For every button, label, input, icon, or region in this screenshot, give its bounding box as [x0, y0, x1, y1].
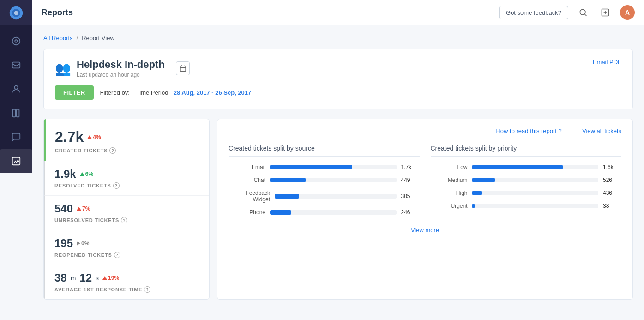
- avatar[interactable]: A: [620, 5, 635, 20]
- priority-chart-row-high: High 436: [431, 190, 622, 196]
- unresolved-tickets-info-icon[interactable]: ?: [121, 217, 127, 223]
- breadcrumb-all-reports[interactable]: All Reports: [43, 35, 73, 42]
- priority-bar-high: [472, 191, 482, 195]
- how-to-read-link[interactable]: How to read this report ?: [496, 127, 561, 134]
- source-value-widget: 305: [401, 193, 420, 199]
- reopened-tickets-value: 195 0%: [54, 237, 200, 250]
- priority-bar-low: [472, 165, 563, 169]
- sidebar-item-inbox[interactable]: [0, 53, 32, 77]
- resolved-tickets-change: 6%: [80, 171, 93, 177]
- source-bar-widget-container: [275, 194, 397, 199]
- created-tickets-label: CREATED TICKETS ?: [55, 147, 200, 154]
- priority-bar-urgent-container: [472, 204, 599, 208]
- report-type-icon: 👥: [55, 61, 71, 76]
- unresolved-tickets-change: 7%: [77, 205, 90, 212]
- sidebar-item-reports[interactable]: [0, 149, 32, 173]
- content-area: All Reports / Report View 👥 Helpdesk In-…: [32, 25, 644, 320]
- report-title-section: 👥 Helpdesk In-depth Last updated an hour…: [55, 59, 190, 78]
- priority-bar-high-container: [472, 191, 599, 195]
- resolved-tickets-info-icon[interactable]: ?: [113, 182, 120, 189]
- source-label-chat: Chat: [229, 177, 265, 183]
- sidebar: [0, 0, 32, 320]
- add-icon: [601, 8, 610, 17]
- svg-point-4: [15, 40, 18, 42]
- chart-header: How to read this report ? | View all tic…: [229, 127, 621, 139]
- source-chart-title: Created tickets split by source: [229, 145, 420, 157]
- source-bar-email: [270, 165, 352, 169]
- sidebar-logo[interactable]: [0, 0, 32, 25]
- svg-line-11: [585, 14, 587, 16]
- search-icon: [578, 8, 588, 17]
- sidebar-item-books[interactable]: [0, 101, 32, 125]
- unresolved-tickets-stat: 540 7% UNRESOLVED TICKETS ?: [44, 196, 209, 230]
- avg-response-stat: 38m 12s 19% AVERAGE 1ST RESPONSE TIME ?: [44, 265, 209, 299]
- header: Reports Got some feedback? A: [32, 0, 644, 25]
- chat-icon: [11, 132, 21, 142]
- priority-value-urgent: 38: [603, 203, 621, 209]
- svg-rect-5: [12, 62, 20, 68]
- source-bar-widget: [275, 194, 299, 199]
- svg-point-6: [14, 86, 18, 89]
- source-chart-row-email: Email 1.7k: [229, 164, 420, 170]
- svg-point-3: [12, 37, 20, 45]
- search-button[interactable]: [576, 5, 590, 20]
- inbox-icon: [11, 60, 21, 70]
- books-icon: [11, 108, 21, 118]
- source-bar-email-container: [270, 165, 397, 169]
- source-chart-row-widget: FeedbackWidget 305: [229, 190, 420, 203]
- svg-point-2: [14, 11, 18, 15]
- avg-response-change: 19%: [102, 275, 119, 281]
- time-period-value: 28 Aug, 2017 - 26 Sep, 2017: [174, 89, 252, 96]
- source-value-email: 1.7k: [401, 164, 420, 170]
- email-pdf-button[interactable]: Email PDF: [593, 59, 621, 66]
- priority-bar-medium: [472, 178, 495, 182]
- sidebar-item-chat[interactable]: [0, 125, 32, 149]
- time-period-text: Time Period: 28 Aug, 2017 - 26 Sep, 2017: [136, 89, 251, 96]
- up-red-arrow-icon: [77, 207, 81, 211]
- source-value-chat: 449: [401, 177, 420, 183]
- add-button[interactable]: [598, 5, 613, 20]
- right-charts-panel: How to read this report ? | View all tic…: [217, 119, 633, 300]
- breadcrumb-current: Report View: [82, 35, 114, 42]
- svg-rect-15: [180, 66, 186, 72]
- breadcrumb: All Reports / Report View: [43, 35, 633, 42]
- source-label-phone: Phone: [229, 209, 265, 216]
- neutral-arrow-icon: [77, 241, 80, 246]
- resolved-tickets-stat: 1.9k 6% RESOLVED TICKETS ?: [44, 161, 209, 196]
- resolved-tickets-value: 1.9k 6%: [54, 168, 200, 181]
- report-header: 👥 Helpdesk In-depth Last updated an hour…: [55, 59, 621, 78]
- sidebar-item-contacts[interactable]: [0, 77, 32, 101]
- priority-chart: Created tickets split by priority Low 1.…: [431, 145, 622, 222]
- contacts-icon: [11, 84, 21, 94]
- filter-button[interactable]: FILTER: [55, 85, 94, 100]
- svg-rect-7: [13, 109, 16, 117]
- reopened-tickets-info-icon[interactable]: ?: [114, 252, 120, 258]
- time-period-label: Time Period:: [136, 89, 170, 96]
- source-bar-chat-container: [270, 178, 397, 182]
- priority-bar-urgent: [472, 204, 475, 208]
- priority-chart-title: Created tickets split by priority: [431, 145, 622, 157]
- source-label-widget: FeedbackWidget: [229, 190, 270, 203]
- feedback-button[interactable]: Got some feedback?: [499, 6, 568, 19]
- priority-chart-row-urgent: Urgent 38: [431, 203, 622, 209]
- breadcrumb-separator: /: [77, 35, 78, 42]
- up-arrow-icon: [87, 135, 92, 139]
- created-tickets-info-icon[interactable]: ?: [109, 147, 116, 154]
- source-bar-phone-container: [270, 210, 397, 215]
- view-all-tickets-link[interactable]: View all tickets: [582, 127, 621, 134]
- source-label-email: Email: [229, 164, 265, 170]
- view-more-link[interactable]: View more: [411, 227, 439, 234]
- calendar-button[interactable]: [176, 61, 190, 75]
- avg-response-arrow-icon: [102, 276, 107, 280]
- unresolved-tickets-label: UNRESOLVED TICKETS ?: [54, 217, 200, 223]
- avg-response-info-icon[interactable]: ?: [144, 286, 150, 293]
- priority-label-high: High: [431, 190, 468, 196]
- filtered-by-label: Filtered by:: [100, 89, 130, 96]
- priority-value-high: 436: [603, 190, 621, 196]
- page-title: Reports: [42, 8, 73, 18]
- svg-rect-8: [17, 109, 19, 117]
- priority-bar-low-container: [472, 165, 599, 169]
- priority-chart-row-low: Low 1.6k: [431, 164, 622, 170]
- sidebar-item-home[interactable]: [0, 29, 32, 53]
- created-tickets-change: 4%: [87, 134, 101, 140]
